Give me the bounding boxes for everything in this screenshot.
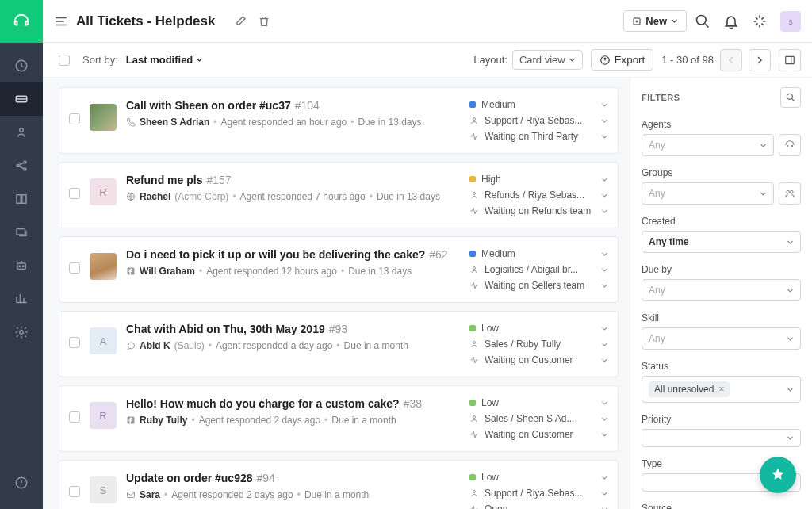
ticket-checkbox[interactable]: [69, 262, 80, 274]
group-agent-select[interactable]: Sales / Ruby Tully: [469, 339, 608, 350]
filter-status-select[interactable]: All unresolved×: [642, 376, 801, 403]
group-agent-select[interactable]: Support / Riya Sebas...: [469, 115, 608, 126]
nav-solutions[interactable]: [0, 182, 43, 216]
filter-skill-select[interactable]: Any: [642, 327, 801, 350]
ticket-card[interactable]: S Update on order #uc928#94 Sara •Agent …: [59, 460, 619, 509]
svg-point-3: [17, 165, 19, 167]
filter-agents-select[interactable]: Any: [642, 134, 774, 156]
pagination-text: 1 - 30 of 98: [661, 54, 714, 66]
ticket-card[interactable]: Call with Sheen on order #uc37#104 Sheen…: [59, 87, 619, 154]
priority-select[interactable]: Medium: [469, 248, 608, 259]
source-icon: [126, 266, 136, 276]
filter-source-label: Source: [642, 503, 801, 509]
ticket-title[interactable]: Do i need to pick it up or will you be d…: [126, 248, 460, 261]
filter-created-select[interactable]: Any time: [642, 231, 801, 253]
delete-icon[interactable]: [258, 15, 270, 28]
group-agent-select[interactable]: Sales / Sheen S Ad...: [469, 413, 608, 424]
ticket-meta: Sheen S Adrian •Agent responded an hour …: [126, 117, 460, 128]
svg-point-18: [473, 193, 476, 195]
freshworks-fab[interactable]: [760, 457, 796, 493]
svg-point-9: [23, 266, 25, 267]
status-icon: [469, 206, 479, 216]
filter-groups-label: Groups: [642, 167, 801, 178]
layout-dropdown[interactable]: Card view: [512, 50, 583, 70]
priority-select[interactable]: Low: [469, 397, 608, 408]
ticket-card[interactable]: A Chat with Abid on Thu, 30th May 2019#9…: [59, 311, 619, 377]
person-icon: [469, 265, 479, 274]
export-button[interactable]: Export: [591, 49, 654, 71]
search-icon[interactable]: [695, 13, 710, 29]
svg-point-20: [473, 267, 476, 270]
nav-social[interactable]: [0, 149, 43, 182]
priority-select[interactable]: Low: [469, 472, 608, 483]
ticket-title[interactable]: Hello! How much do you charge for a cust…: [126, 397, 460, 410]
status-select[interactable]: Waiting on Customer: [469, 429, 608, 440]
person-icon: [469, 414, 479, 423]
source-icon: [126, 490, 136, 499]
sparkle-icon[interactable]: [752, 13, 768, 29]
priority-select[interactable]: High: [469, 174, 608, 185]
ticket-checkbox[interactable]: [69, 113, 80, 124]
status-select[interactable]: Waiting on Sellers team: [469, 280, 608, 291]
group-agent-select[interactable]: Logisitics / Abigail.br...: [469, 264, 608, 275]
filter-priority-select[interactable]: [642, 429, 801, 447]
page-prev[interactable]: [720, 49, 742, 71]
group-agent-select[interactable]: Refunds / Riya Sebas...: [469, 189, 608, 201]
filter-created-label: Created: [642, 216, 801, 227]
ticket-checkbox[interactable]: [69, 337, 80, 348]
priority-select[interactable]: Medium: [469, 99, 608, 110]
status-select[interactable]: Open: [469, 503, 608, 509]
status-select[interactable]: Waiting on Refunds team: [469, 205, 608, 216]
nav-dashboard[interactable]: [0, 49, 43, 82]
svg-point-26: [787, 94, 792, 99]
remove-tag-icon[interactable]: ×: [718, 384, 724, 395]
group-agent-select[interactable]: Support / Riya Sebas...: [469, 488, 608, 499]
nav-apps[interactable]: [0, 466, 43, 499]
status-icon: [469, 281, 479, 290]
source-icon: [126, 341, 136, 350]
bell-icon[interactable]: [723, 13, 739, 29]
filter-dueby-label: Due by: [642, 264, 801, 275]
svg-point-27: [787, 191, 790, 194]
ticket-card[interactable]: R Refund me pls#157 Rachel (Acme Corp) •…: [59, 162, 619, 228]
toggle-filter-panel[interactable]: [779, 49, 801, 71]
nav-forums[interactable]: [0, 216, 43, 249]
user-avatar[interactable]: s: [780, 11, 801, 32]
ticket-checkbox[interactable]: [69, 188, 80, 199]
filter-groups-me[interactable]: [779, 182, 801, 205]
filter-groups-select[interactable]: Any: [642, 182, 774, 205]
filter-agents-me[interactable]: [779, 134, 801, 156]
ticket-checkbox[interactable]: [69, 486, 80, 497]
ticket-title[interactable]: Refund me pls#157: [126, 174, 460, 186]
nav-contacts[interactable]: [0, 116, 43, 149]
ticket-card[interactable]: Do i need to pick it up or will you be d…: [59, 236, 619, 303]
select-all-checkbox[interactable]: [59, 55, 70, 66]
nav-admin[interactable]: [0, 316, 43, 349]
ticket-title[interactable]: Call with Sheen on order #uc37#104: [126, 99, 460, 112]
svg-point-13: [697, 15, 707, 25]
nav-tickets[interactable]: [0, 82, 43, 116]
source-icon: [126, 415, 136, 425]
ticket-list: Call with Sheen on order #uc37#104 Sheen…: [43, 78, 630, 509]
ticket-title[interactable]: Chat with Abid on Thu, 30th May 2019#93: [126, 323, 460, 335]
ticket-title[interactable]: Update on order #uc928#94: [126, 472, 460, 484]
ticket-meta: Sara •Agent responded 2 days ago •Due in…: [126, 489, 460, 500]
filter-dueby-select[interactable]: Any: [642, 279, 801, 301]
status-select[interactable]: Waiting on Third Party: [469, 131, 608, 142]
status-select[interactable]: Waiting on Customer: [469, 354, 608, 365]
priority-select[interactable]: Low: [469, 323, 608, 334]
ticket-meta: Abid K (Sauls) •Agent responded a day ag…: [126, 340, 460, 351]
nav-analytics[interactable]: [0, 282, 43, 316]
page-next[interactable]: [749, 49, 771, 71]
new-button[interactable]: New: [623, 10, 687, 32]
filter-search-icon[interactable]: [780, 87, 801, 108]
filter-status-label: Status: [642, 361, 801, 372]
ticket-card[interactable]: R Hello! How much do you charge for a cu…: [59, 385, 619, 452]
list-toolbar: Sort by: Last modified Layout: Card view…: [43, 43, 812, 78]
hamburger-icon[interactable]: [54, 14, 68, 29]
edit-icon[interactable]: [234, 15, 247, 28]
brand-logo[interactable]: [0, 0, 43, 43]
nav-bot[interactable]: [0, 249, 43, 282]
sort-dropdown[interactable]: Last modified: [126, 54, 204, 66]
ticket-checkbox[interactable]: [69, 411, 80, 423]
